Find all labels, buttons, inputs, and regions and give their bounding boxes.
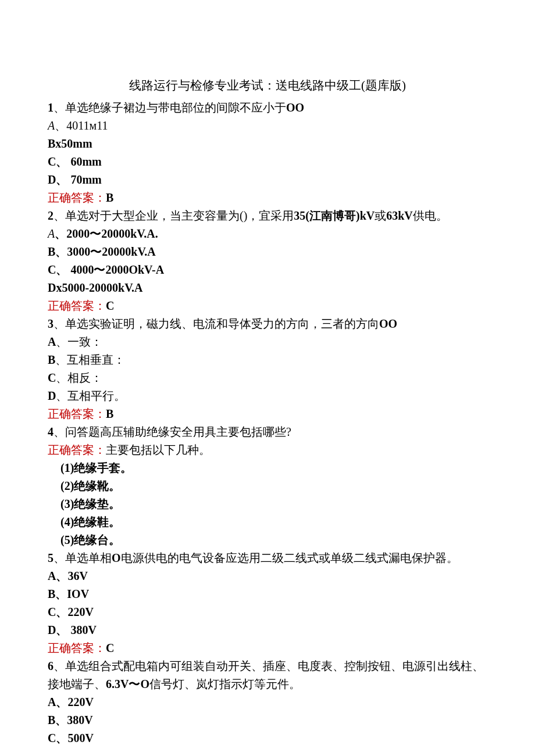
q6-opt-b: B、380V [48,711,487,729]
document-page: 线路运行与检修专业考试：送电线路中级工(题库版) 1、单选绝缘子裙边与带电部位的… [0,0,535,756]
q3-num: 3 [48,317,54,330]
q1-stem-text: 、单选绝缘子裙边与带电部位的间隙不应小于 [54,101,286,114]
answer-label: 正确答案： [48,191,106,204]
q3-d-letter: D [48,389,56,402]
q1-answer: 正确答案：B [48,189,487,207]
q2-opt-b: B、3000〜20000kV.A [48,243,487,261]
q1-opt-c: C、 60mm [48,153,487,171]
q2-tail3: 63kV [386,209,413,222]
q3-b-letter: B [48,353,55,366]
q1-opt-b: Bx50mm [48,135,487,153]
q6-stem-line1: 6、单选组合式配电箱内可组装自动开关、插座、电度表、控制按钮、电源引出线柱、 [48,657,487,675]
q2-answer-value: C [106,299,114,312]
q1-opt-a: A、4011м11 [48,117,487,135]
answer-label: 正确答案： [48,443,106,456]
q3-stem: 3、单选实验证明，磁力线、电流和导体受力的方向，三者的方向OO [48,315,487,333]
q2-opt-a-val: 、2000〜20000kV.A. [55,227,158,240]
q3-opt-a: A、一致： [48,333,487,351]
q6-stem-d: 信号灯、岚灯指示灯等元件。 [149,678,301,690]
q3-tail: OO [379,317,397,330]
q4-item-2: (2)绝缘靴。 [48,477,487,495]
q4-item-3: (3)绝缘垫。 [48,495,487,513]
q1-stem: 1、单选绝缘子裙边与带电部位的间隙不应小于OO [48,99,487,117]
q5-num: 5 [48,551,54,564]
q3-opt-c: C、相反： [48,369,487,387]
q2-tail4: 供电。 [413,209,448,222]
q2-opt-d: Dx5000-20000kV.A [48,279,487,297]
q2-stem: 2、单选对于大型企业，当主变容量为()，宜采用35(江南博哥)kV或63kV供电… [48,207,487,225]
q6-stem-c: 6.3V〜O [106,678,149,690]
answer-label: 正确答案： [48,407,106,420]
q4-item-4: (4)绝缘鞋。 [48,513,487,531]
q3-opt-b: B、互相垂直： [48,351,487,369]
q3-a-text: 、一致： [56,335,102,348]
page-title: 线路运行与检修专业考试：送电线路中级工(题库版) [48,76,487,95]
q3-answer-value: B [106,407,113,420]
q5-stem-c: 电源供电的电气设备应选用二级二线式或单级二线式漏电保护器。 [121,551,458,564]
q6-stem-line2: 接地端子、6.3V〜O信号灯、岚灯指示灯等元件。 [48,675,487,693]
q5-answer: 正确答案：C [48,639,487,657]
q3-stem-text: 、单选实验证明，磁力线、电流和导体受力的方向，三者的方向 [54,317,379,330]
q4-answer: 正确答案：主要包括以下几种。 [48,441,487,459]
q3-answer: 正确答案：B [48,405,487,423]
q3-a-letter: A [48,335,56,348]
q4-item-1: (1)绝缘手套。 [48,459,487,477]
q6-opt-c: C、500V [48,729,487,747]
q5-stem-b: O [112,551,121,564]
q1-opt-d: D、 70mm [48,171,487,189]
q2-mid: 35(江南博哥) [294,209,359,222]
q1-tail: OO [286,101,304,114]
q2-tail1: kV [360,209,375,222]
q1-num: 1 [48,101,54,114]
q6-num: 6 [48,660,54,672]
q4-stem-text: 、问答题高压辅助绝缘安全用具主要包括哪些? [54,425,291,438]
q4-answer-text: 主要包括以下几种。 [106,443,211,456]
q3-opt-d: D、互相平行。 [48,387,487,405]
q5-stem-a: 、单选单相 [54,551,112,564]
q2-opt-a-pre: A [48,227,55,240]
answer-label: 正确答案： [48,299,106,312]
q3-c-text: 、相反： [56,371,102,384]
q5-opt-a: A、36V [48,567,487,585]
q1-opt-a-sep: 、 [55,119,66,132]
q6-stem-b: 接地端子、 [48,678,106,690]
q1-opt-a-val: 4011м11 [66,119,108,132]
q4-stem: 4、问答题高压辅助绝缘安全用具主要包括哪些? [48,423,487,441]
q3-b-text: 、互相垂直： [55,353,125,366]
q2-tail2: 或 [374,209,386,222]
q2-answer: 正确答案：C [48,297,487,315]
q6-stem-a: 、单选组合式配电箱内可组装自动开关、插座、电度表、控制按钮、电源引出线柱、 [54,660,484,672]
q2-num: 2 [48,209,54,222]
q4-item-5: (5)绝缘台。 [48,531,487,549]
q2-opt-c: C、 4000〜2000OkV-A [48,261,487,279]
q5-opt-b: B、IOV [48,585,487,603]
q4-num: 4 [48,425,54,438]
q1-answer-value: B [106,191,113,204]
q3-d-text: 、互相平行。 [56,389,126,402]
q3-c-letter: C [48,371,56,384]
q5-answer-value: C [106,642,114,654]
q1-opt-a-pre: A [48,119,55,132]
q6-opt-a: A、220V [48,693,487,711]
q2-opt-a: A、2000〜20000kV.A. [48,225,487,243]
answer-label: 正确答案： [48,642,106,654]
q2-stem-text: 、单选对于大型企业，当主变容量为()，宜采用 [54,209,294,222]
q5-opt-d: D、 380V [48,621,487,639]
q5-opt-c: C、220V [48,603,487,621]
q5-stem: 5、单选单相O电源供电的电气设备应选用二级二线式或单级二线式漏电保护器。 [48,549,487,567]
